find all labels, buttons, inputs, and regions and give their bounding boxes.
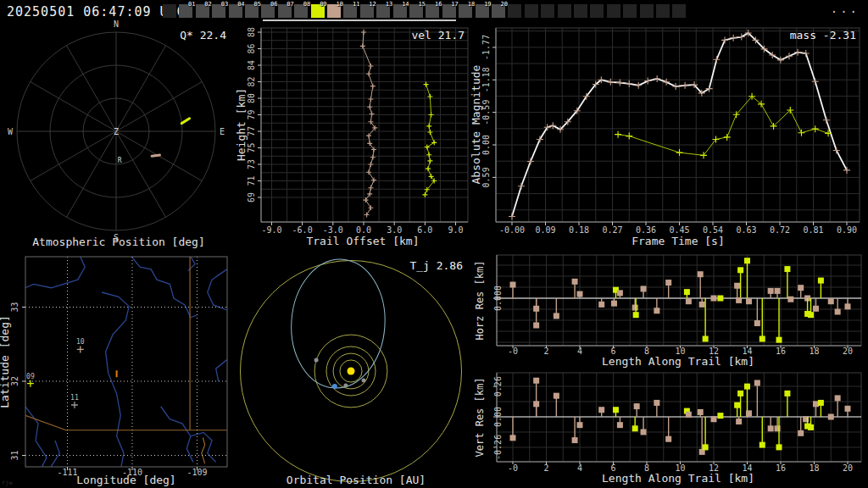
map-y-title: Latitude [deg] [0, 315, 11, 408]
residual-marker [776, 444, 782, 450]
sun [348, 368, 355, 375]
residual-marker [818, 400, 824, 406]
q-star-annotation: Q* 22.4 [180, 29, 226, 42]
residual-marker [533, 322, 539, 328]
residual-marker [611, 301, 617, 307]
data-point-marker [371, 177, 376, 182]
data-point-marker [654, 75, 660, 82]
residual-marker [776, 337, 782, 343]
data-point-marker [626, 80, 632, 87]
residual-marker [828, 298, 834, 304]
data-point-marker [682, 82, 688, 89]
y-tick-label: 75 [247, 142, 256, 152]
residual-marker [734, 283, 740, 289]
residual-marker [787, 297, 793, 302]
map-panel: 100911 [25, 257, 227, 467]
residual-marker [665, 436, 671, 442]
residual-marker [768, 425, 774, 431]
data-point-marker [812, 78, 819, 85]
meteor-analysis-app: 20250501 06:47:09 UTC 010203040506070809… [0, 0, 868, 488]
polar-panel: NESWZRQ* 22.4Atmospheric Position [deg] [8, 19, 226, 248]
y-tick-label: 73 [247, 159, 256, 169]
residual-marker [703, 444, 709, 450]
orbit-labels: T_j 2.86Orbital Position [AU] [287, 259, 463, 486]
data-point-marker [798, 130, 804, 136]
polar-spoke [116, 82, 202, 132]
x-tick-label: 0.0 [356, 225, 371, 235]
residual-marker [665, 280, 671, 286]
data-point-marker [367, 104, 372, 109]
x-tick-label: 20 [843, 463, 853, 473]
data-point-marker [626, 133, 632, 140]
data-point-marker [426, 124, 431, 129]
y-tick-label: 0.59 [481, 167, 491, 187]
planet-dot [362, 379, 366, 383]
residual-marker [775, 288, 781, 294]
y-tick-label: 88 [247, 27, 256, 37]
data-point-marker [360, 43, 365, 48]
polar-spoke [116, 131, 166, 217]
residual-marker [734, 402, 740, 408]
residual-marker [845, 303, 851, 309]
river [25, 407, 47, 467]
residual-marker [798, 285, 804, 291]
river [216, 360, 227, 381]
polar-spoke [31, 82, 116, 132]
river [161, 407, 216, 463]
x-tick-label: 0.54 [703, 225, 723, 235]
data-point-marker [509, 214, 515, 220]
plots-area: NESWZRQ* 22.4Atmospheric Position [deg]8… [0, 0, 868, 488]
x-tick-label: -9.0 [261, 225, 281, 235]
residual-marker [684, 289, 690, 295]
data-point-marker [706, 86, 713, 92]
data-point-marker [700, 152, 707, 158]
trail-y-title: Height [km] [235, 88, 248, 161]
lightcurve-y-title: Absolute Magnitude [470, 64, 482, 184]
residual-marker [808, 312, 814, 318]
map-x-title: Longitude [deg] [76, 474, 175, 486]
residual-marker [768, 288, 774, 294]
data-point-marker [616, 80, 623, 86]
data-point-marker [823, 117, 830, 124]
x-tick-label: 0.81 [803, 225, 823, 235]
y-tick-label: 0.000 [493, 286, 503, 311]
data-point-marker [370, 111, 375, 116]
residual-marker [577, 422, 583, 428]
polar-title: Atmospheric Position [deg] [32, 236, 205, 248]
x-tick-label: 2 [543, 463, 548, 473]
data-point-marker [794, 49, 801, 56]
y-tick-label: 79 [247, 109, 256, 119]
polar-spoke [67, 131, 117, 217]
polar-spoke [31, 131, 116, 181]
border-road [25, 415, 66, 430]
x-tick-label: 4 [577, 463, 582, 473]
data-point-marker [368, 64, 373, 69]
data-point-marker [77, 346, 84, 352]
data-point-marker [368, 119, 373, 125]
y-tick-label: 32 [10, 376, 19, 386]
residual-marker [598, 302, 604, 308]
residual-marker [737, 391, 743, 396]
y-tick-label: 80 [247, 93, 256, 103]
residual-marker [736, 297, 742, 303]
data-point-marker [812, 125, 819, 132]
comet-orbit [287, 256, 390, 391]
residual-marker [510, 435, 516, 441]
planet-dot [314, 358, 319, 362]
x-tick-label: 0.63 [736, 225, 756, 235]
x-tick-label: -6.0 [292, 225, 313, 235]
horz-res-y-title: Horz Res [km] [474, 261, 486, 341]
mass-annotation: mass -2.31 [790, 29, 856, 42]
x-tick-label: 0.09 [535, 225, 555, 235]
x-tick-label: 16 [776, 463, 786, 473]
horz-res-panel: 0.000-02468101214161820Length Along Trai… [474, 255, 861, 368]
data-point-marker [635, 82, 642, 89]
x-tick-label: -109 [186, 468, 207, 477]
residual-marker [577, 291, 583, 297]
border-road [202, 438, 205, 464]
residual-marker [717, 413, 723, 419]
residual-marker [717, 296, 723, 302]
tisserand-annotation: T_j 2.86 [409, 259, 463, 272]
residual-marker [798, 430, 804, 436]
y-tick-label: 77 [247, 126, 256, 136]
